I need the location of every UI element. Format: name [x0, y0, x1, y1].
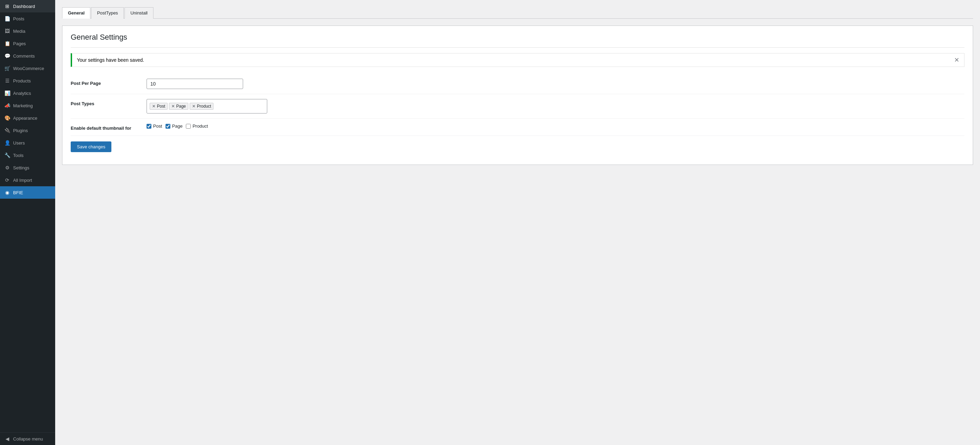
sidebar-item-tools[interactable]: 🔧 Tools	[0, 149, 55, 161]
sidebar-item-settings[interactable]: ⚙ Settings	[0, 161, 55, 174]
sidebar-item-bfie[interactable]: ◉ BFIE	[0, 186, 55, 199]
thumbnail-row: Enable default thumbnail for PostPagePro…	[71, 119, 964, 136]
sidebar-label-marketing: Marketing	[13, 103, 33, 108]
sidebar-item-analytics[interactable]: 📊 Analytics	[0, 87, 55, 99]
tag-label-post: Post	[157, 104, 165, 108]
sidebar-label-tools: Tools	[13, 153, 24, 158]
tag-product: ✕Product	[190, 103, 213, 110]
checkbox-label-product: Product	[192, 123, 208, 129]
main-content: GeneralPostTypesUninstall General Settin…	[55, 0, 980, 445]
marketing-icon: 📣	[4, 103, 10, 108]
notice-close-button[interactable]: ✕	[954, 57, 959, 63]
tab-posttypes[interactable]: PostTypes	[91, 7, 124, 19]
post-types-field: ✕Post✕Page✕Product	[146, 99, 964, 113]
sidebar-label-posts: Posts	[13, 16, 24, 21]
checkbox-item-page[interactable]: Page	[165, 123, 182, 129]
save-changes-button[interactable]: Save changes	[71, 142, 111, 152]
sidebar-nav: ⊞ Dashboard 📄 Posts 🖼 Media 📋 Pages 💬 Co…	[0, 0, 55, 199]
post-per-page-field	[146, 79, 964, 89]
media-icon: 🖼	[4, 28, 10, 34]
notice-text: Your settings have been saved.	[77, 57, 144, 63]
sidebar-label-users: Users	[13, 140, 25, 145]
sidebar: ⊞ Dashboard 📄 Posts 🖼 Media 📋 Pages 💬 Co…	[0, 0, 55, 445]
tools-icon: 🔧	[4, 153, 10, 158]
sidebar-item-plugins[interactable]: 🔌 Plugins	[0, 124, 55, 137]
collapse-icon: ◀	[4, 436, 10, 442]
checkbox-page[interactable]	[165, 124, 170, 129]
sidebar-label-settings: Settings	[13, 165, 29, 171]
tag-post: ✕Post	[150, 103, 168, 110]
comments-icon: 💬	[4, 53, 10, 59]
collapse-menu-button[interactable]: ◀ Collapse menu	[0, 432, 55, 445]
bfie-icon: ◉	[4, 190, 10, 195]
sidebar-item-posts[interactable]: 📄 Posts	[0, 13, 55, 25]
sidebar-item-products[interactable]: ☰ Products	[0, 75, 55, 87]
post-per-page-row: Post Per Page	[71, 74, 964, 94]
post-per-page-input[interactable]	[146, 79, 243, 89]
woocommerce-icon: 🛒	[4, 65, 10, 71]
sidebar-item-media[interactable]: 🖼 Media	[0, 25, 55, 37]
tab-bar: GeneralPostTypesUninstall	[62, 7, 973, 19]
settings-notice: Your settings have been saved. ✕	[71, 53, 964, 67]
checkbox-item-product[interactable]: Product	[186, 123, 208, 129]
sidebar-item-comments[interactable]: 💬 Comments	[0, 49, 55, 62]
appearance-icon: 🎨	[4, 115, 10, 121]
settings-icon: ⚙	[4, 165, 10, 171]
dashboard-icon: ⊞	[4, 3, 10, 9]
thumbnail-label: Enable default thumbnail for	[71, 123, 146, 131]
post-types-label: Post Types	[71, 99, 146, 106]
sidebar-label-media: Media	[13, 29, 25, 34]
tag-remove-post[interactable]: ✕	[152, 104, 156, 108]
sidebar-label-all-import: All Import	[13, 178, 32, 183]
sidebar-label-comments: Comments	[13, 53, 35, 59]
sidebar-item-appearance[interactable]: 🎨 Appearance	[0, 112, 55, 124]
post-types-tag-select[interactable]: ✕Post✕Page✕Product	[146, 99, 267, 113]
all-import-icon: ⟳	[4, 177, 10, 183]
tab-general[interactable]: General	[62, 7, 90, 19]
post-types-row: Post Types ✕Post✕Page✕Product	[71, 94, 964, 119]
plugins-icon: 🔌	[4, 128, 10, 133]
sidebar-label-pages: Pages	[13, 41, 26, 46]
sidebar-item-woocommerce[interactable]: 🛒 WooCommerce	[0, 62, 55, 75]
tag-remove-page[interactable]: ✕	[171, 104, 175, 108]
collapse-label: Collapse menu	[13, 436, 43, 442]
analytics-icon: 📊	[4, 90, 10, 96]
pages-icon: 📋	[4, 41, 10, 46]
users-icon: 👤	[4, 140, 10, 145]
checkbox-label-post: Post	[153, 123, 162, 129]
products-icon: ☰	[4, 78, 10, 83]
post-per-page-label: Post Per Page	[71, 79, 146, 86]
sidebar-label-woocommerce: WooCommerce	[13, 66, 44, 71]
sidebar-item-pages[interactable]: 📋 Pages	[0, 37, 55, 49]
sidebar-label-plugins: Plugins	[13, 128, 28, 133]
thumbnail-field: PostPageProduct	[146, 123, 964, 129]
thumbnail-checkbox-group: PostPageProduct	[146, 123, 964, 129]
sidebar-item-users[interactable]: 👤 Users	[0, 137, 55, 149]
checkbox-post[interactable]	[146, 124, 151, 129]
sidebar-item-all-import[interactable]: ⟳ All Import	[0, 174, 55, 186]
sidebar-item-marketing[interactable]: 📣 Marketing	[0, 99, 55, 112]
tag-label-product: Product	[197, 104, 211, 108]
sidebar-item-dashboard[interactable]: ⊞ Dashboard	[0, 0, 55, 13]
sidebar-label-bfie: BFIE	[13, 190, 23, 195]
tab-uninstall[interactable]: Uninstall	[124, 7, 153, 19]
checkbox-product[interactable]	[186, 124, 191, 129]
divider	[71, 47, 964, 48]
sidebar-label-dashboard: Dashboard	[13, 4, 35, 9]
checkbox-label-page: Page	[172, 123, 182, 129]
save-row: Save changes	[71, 136, 964, 158]
tag-label-page: Page	[176, 104, 186, 108]
tag-remove-product[interactable]: ✕	[192, 104, 196, 108]
page-title: General Settings	[71, 33, 964, 42]
checkbox-item-post[interactable]: Post	[146, 123, 162, 129]
posts-icon: 📄	[4, 16, 10, 21]
page-content: General Settings Your settings have been…	[62, 26, 973, 165]
tag-page: ✕Page	[169, 103, 188, 110]
sidebar-label-analytics: Analytics	[13, 91, 31, 96]
sidebar-label-appearance: Appearance	[13, 116, 37, 121]
sidebar-label-products: Products	[13, 78, 31, 83]
